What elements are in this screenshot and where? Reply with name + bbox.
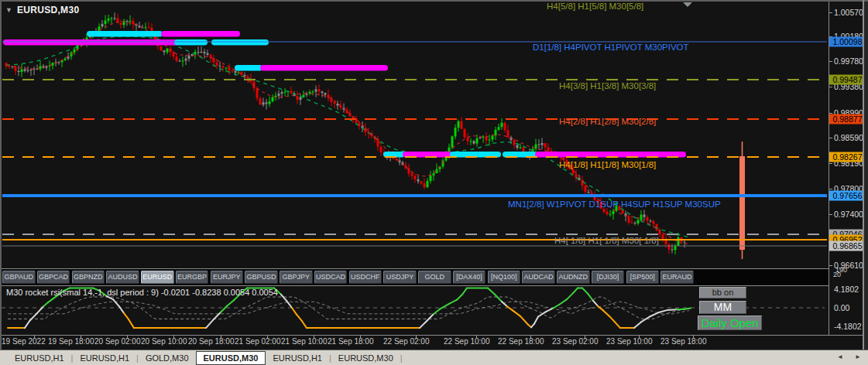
rocket-rsi-line [43, 302, 48, 306]
indicator-axis-label: 0.00 [834, 303, 849, 312]
symbol-tab-euraud[interactable]: EURAUD [660, 271, 694, 284]
supply-demand-band [211, 39, 269, 46]
symbol-tab-usdjpy[interactable]: USDJPY [383, 271, 417, 284]
rocket-rsi-line [641, 317, 650, 322]
rocket-rsi-line [292, 308, 297, 315]
tabbar-scroll-left-icon[interactable]: ◄ [837, 353, 843, 360]
rocket-rsi-line [227, 300, 234, 306]
symbol-tab-gold[interactable]: GOLD [418, 271, 451, 284]
rocket-rsi-line [567, 293, 573, 299]
chart-dropdown-icon[interactable]: ▼ [5, 6, 12, 14]
symbol-tab-eurgbp[interactable]: EURGBP [176, 271, 209, 284]
price-axis-label: 0.98590 [834, 133, 863, 142]
symbol-tab-nq100[interactable]: [NQ100] [488, 271, 521, 284]
time-axis-label: 19 Sep 18:00 [48, 337, 94, 346]
time-axis-label: 23 Sep 10:00 [606, 337, 653, 346]
window-tab-1[interactable]: EURUSD,H1 [73, 352, 136, 364]
indicator-button-bb-on[interactable]: bb on [699, 287, 746, 298]
trading-platform-window: ▼ EURUSD,M30 M30 rocket rsi(smal 14,-1, … [0, 0, 868, 365]
symbol-tab-gbpcad[interactable]: GBPCAD [37, 271, 70, 284]
rocket-rsi-line [677, 309, 684, 310]
rocket-rsi-line [603, 310, 609, 316]
price-axis-tick [829, 214, 832, 215]
symbol-tab-dji30[interactable]: [DJI30] [592, 271, 625, 284]
rocket-rsi-line [684, 309, 691, 309]
rocket-rsi-line [488, 288, 495, 295]
rocket-rsi-line [502, 302, 507, 306]
price-axis-box-h4-1-8: 0.98267 [829, 152, 866, 162]
indicator-button-daily-open[interactable]: Daily Open [698, 316, 762, 330]
symbol-tab-eurusd[interactable]: EURUSD [141, 271, 174, 284]
symbol-tab-sp500[interactable]: [SP500] [626, 271, 660, 284]
tabbar-scroll-right-icon[interactable]: ► [855, 353, 861, 360]
level-label-h4-2-8: H4[2/8] H1[2/8] M30[2/8] [559, 117, 656, 126]
ma-fast-line [6, 22, 688, 244]
rocket-rsi-line [573, 288, 578, 294]
rocket-rsi-line [553, 305, 559, 309]
symbol-tab-gbpusd[interactable]: GBPUSD [245, 271, 278, 284]
symbol-tab-audnzd[interactable]: AUDNZD [557, 271, 590, 284]
level-label-h4-3-8: H4[3/8] H1[3/8] M30[3/8] [559, 81, 656, 90]
price-axis-box-h4-2-8: 0.98877 [829, 114, 866, 125]
symbol-tab-audcad[interactable]: AUDCAD [522, 271, 555, 284]
symbol-tab-dax40[interactable]: [DAX40] [453, 271, 486, 284]
time-axis-label: 22 Sep 02:00 [383, 337, 430, 346]
rocket-rsi-line [281, 295, 286, 301]
time-axis-label: 21 Sep 10:00 [281, 337, 328, 346]
price-axis-box-mn1-pivot: 0.97656 [829, 191, 866, 201]
rocket-rsi-line [427, 314, 434, 321]
rocket-rsi-line [440, 304, 449, 309]
price-axis-label: 0.97400 [834, 210, 863, 219]
main-chart[interactable] [0, 0, 829, 268]
rocket-rsi-line [667, 309, 677, 310]
symbol-tab-eurjpy[interactable]: EURJPY [211, 271, 244, 284]
supply-demand-band [161, 31, 240, 37]
window-tab-2[interactable]: GOLD,M30 [139, 352, 196, 364]
time-axis-divider [2, 335, 866, 336]
time-axis-label: 23 Sep 02:00 [552, 337, 599, 346]
window-tab-5[interactable]: EURUSD,M30 [331, 352, 400, 364]
rocket-rsi-line [658, 310, 667, 312]
rocket-rsi-line [25, 321, 29, 328]
window-tab-0[interactable]: EURUSD,H1 [8, 352, 71, 364]
window-tab-3[interactable]: EURUSD,M30 [196, 351, 266, 365]
price-axis-tick [829, 87, 832, 87]
rocket-rsi-line [546, 309, 553, 312]
supply-demand-band [235, 65, 262, 71]
rocket-rsi-line [449, 300, 457, 304]
rocket-rsi-line [520, 316, 528, 325]
rocket-rsi-line [221, 306, 227, 312]
chart-title: EURUSD,M30 [17, 5, 79, 15]
time-axis-label: 20 Sep 10:00 [141, 337, 187, 346]
time-axis-label: 20 Sep 18:00 [188, 337, 235, 346]
level-label-h4-minus-1-8: H4[ 1/8] H1[ 1/8] M30[ 1/8] [554, 236, 659, 245]
symbol-tab-gbpjpy[interactable]: GBPJPY [280, 271, 313, 284]
rocket-rsi-line [129, 319, 134, 328]
symbol-tab-usdcad[interactable]: USDCAD [314, 271, 348, 284]
symbol-tab-gbpnzd[interactable]: GBPNZD [72, 271, 105, 284]
rocket-rsi-line [420, 321, 427, 328]
rocket-rsi-line [495, 295, 502, 302]
supply-demand-band [87, 31, 163, 37]
fractal-arrow-icon [683, 2, 692, 7]
time-axis-label: 23 Sep 18:00 [660, 337, 707, 346]
rocket-rsi-line [297, 315, 302, 322]
rocket-rsi-line [113, 299, 119, 306]
indicator-button-mm[interactable]: MM [699, 301, 746, 314]
rocket-rsi-line [124, 313, 129, 319]
rocket-rsi-line [434, 309, 440, 314]
indicator-label: M30 rocket rsi(smal 14,-1, dsl period : … [6, 288, 278, 297]
window-border-left [0, 0, 2, 350]
window-border-top [0, 0, 868, 2]
level-label-d1-pivot: D1[1/8] H4PIVOT H1PIVOT M30PIVOT [533, 43, 689, 52]
chart-top-label: H4[5/8] H1[5/8] M30[5/8] [547, 2, 643, 11]
price-axis-box-d1-pivot: 1.00098 [829, 37, 866, 47]
rocket-rsi-line [588, 294, 593, 301]
price-axis-fragment: 20 [833, 271, 841, 278]
symbol-tab-audusd[interactable]: AUDUSD [106, 271, 139, 284]
symbol-tab-gbpaud[interactable]: GBPAUD [2, 271, 36, 284]
price-axis-box-h4-3-8: 0.99487 [829, 75, 866, 85]
symbol-tab-usdchf[interactable]: USDCHF [349, 271, 383, 284]
price-axis-box-current-price: 0.96865 [829, 241, 866, 251]
window-tab-4[interactable]: EURUSD,H1 [266, 352, 329, 364]
